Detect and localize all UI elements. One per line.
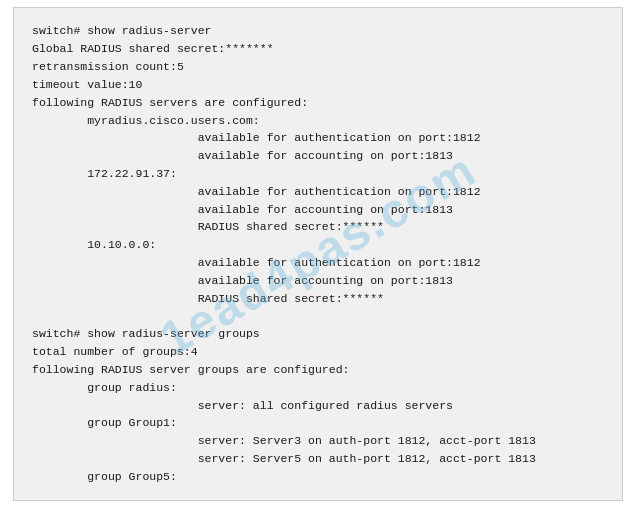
terminal-output: switch# show radius-server Global RADIUS… [32,22,604,485]
terminal-container: switch# show radius-server Global RADIUS… [13,7,623,500]
